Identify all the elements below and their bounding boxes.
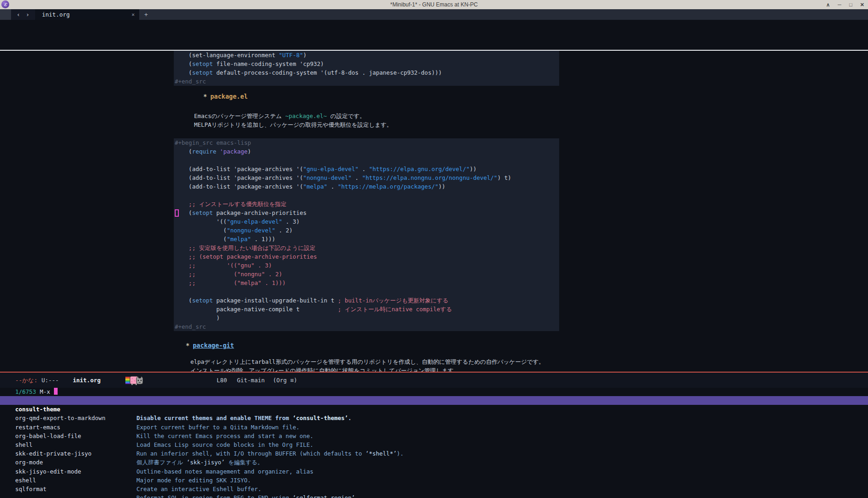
command-name: sqlformat [15,485,47,493]
completion-candidate[interactable]: skk-jisyo-edit-mode Major mode for editi… [0,458,868,467]
buffer-state-indicator: U:--- [41,373,59,388]
tab-label: init.org [35,11,70,18]
tab-close-icon[interactable]: ✕ [131,12,135,18]
tab-bar: ‹ › init.org ✕ + [0,9,868,20]
title-bar: ε *Minibuf-1* - GNU Emacs at KN-PC ∧ ─ □… [0,0,868,9]
chevron-right-icon[interactable]: › [26,9,30,20]
upper-buffer-window[interactable] [0,20,868,50]
minibuffer[interactable]: 1/6753M-x consult-theme Disable current … [0,388,868,498]
completion-list: consult-theme Disable current themes and… [0,396,868,485]
major-mode-indicator[interactable]: (Org ≡) [273,373,297,388]
org-heading-package-el: *package.el [203,92,559,101]
completion-candidate[interactable]: org-mode Outline-based notes management … [0,449,868,458]
org-paragraph-package-git: elpaディレクトリ上にtarball形式のパッケージを管理する用のリポジトリを… [190,357,559,372]
completion-candidate[interactable]: org-qmd-export-to-markdown Export curren… [0,405,868,414]
close-icon[interactable]: ✕ [860,0,864,9]
heading-star: * [186,342,189,349]
text-cursor [54,388,58,395]
completion-candidate[interactable]: eshell Create an interactive Eshell buff… [0,467,868,476]
org-paragraph-package-el: Emacsのパッケージ管理システム ~package.el~ の設定です。MEL… [194,112,559,129]
buffer-cursor [175,209,179,217]
window-controls: ∧ ─ □ ✕ [826,0,864,9]
heading-star: * [203,93,207,100]
command-description: Create an interactive Eshell buffer. [136,485,261,493]
input-method-indicator[interactable]: --かな: [15,373,37,388]
tab-history-nav: ‹ › [11,9,35,20]
completion-candidate[interactable]: shell Run an inferior shell, with I/O th… [0,432,868,440]
minimize-icon[interactable]: ─ [838,0,841,9]
buffer-window[interactable]: (set-language-environment "UTF-8") (seto… [0,51,868,372]
src-block-package: #+begin_src emacs-lisp (require 'package… [174,138,559,331]
candidate-count: 1/6753 [15,388,36,395]
completion-candidate[interactable]: restart-emacs Kill the current Emacs pro… [0,414,868,422]
package-git-link[interactable]: package-git [193,342,234,349]
completion-candidate[interactable]: org-babel-load-file Load Emacs Lisp sour… [0,423,868,432]
emacs-frame: ε *Minibuf-1* - GNU Emacs at KN-PC ∧ ─ □… [0,0,868,498]
org-buffer-content: (set-language-environment "UTF-8") (seto… [174,51,559,372]
rollup-icon[interactable]: ∧ [826,0,830,9]
chevron-left-icon[interactable]: ‹ [17,9,20,20]
minibuffer-prompt: M-x [40,388,50,395]
completion-candidate[interactable]: sqlformat Reformat SQL in region from BE… [0,476,868,485]
src-block-coding-system: (set-language-environment "UTF-8") (seto… [174,51,559,86]
new-tab-button[interactable]: + [144,9,148,20]
command-description: Reformat SQL in region from BEG to END u… [136,493,359,498]
git-branch-indicator[interactable]: Git-main [237,373,265,388]
minibuffer-prompt-line[interactable]: 1/6753M-x [0,388,868,396]
nyan-cat-icon [125,375,143,385]
tab-init-org[interactable]: init.org ✕ [35,9,139,20]
org-heading-package-git: *package-git [186,341,559,350]
emacs-logo-icon: ε [1,0,9,8]
maximize-icon[interactable]: □ [849,0,852,9]
window-title: *Minibuf-1* - GNU Emacs at KN-PC [0,1,868,8]
line-number-indicator: L80 [217,373,227,388]
mode-line[interactable]: --かな: U:--- init.org L80 Git-main (Org ≡… [0,373,868,388]
buffer-name[interactable]: init.org [73,373,100,388]
tab-bar-corner [0,9,11,20]
completion-candidate[interactable]: skk-edit-private-jisyo 個人辞書ファイル ‘skk-jis… [0,440,868,449]
completion-candidate[interactable]: consult-theme Disable current themes and… [0,396,868,405]
